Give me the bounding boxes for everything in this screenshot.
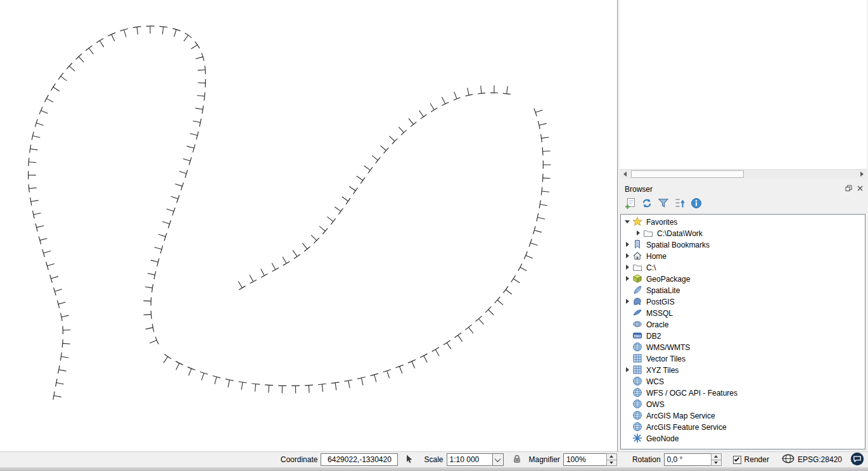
browser-item-mssql[interactable]: MSSQL <box>621 307 865 318</box>
refresh-icon <box>641 197 653 211</box>
browser-item-spatial-bookmarks[interactable]: Spatial Bookmarks <box>621 239 865 250</box>
browser-item-favorites[interactable]: Favorites <box>621 216 865 227</box>
folder-icon <box>632 262 643 272</box>
spatialite-icon <box>632 285 643 295</box>
globe-grid-icon <box>632 376 643 386</box>
browser-item-arcgis-feature-service[interactable]: ArcGIS Feature Service <box>621 421 865 432</box>
expand-arrow[interactable] <box>623 251 632 260</box>
browser-item-ows[interactable]: OWS <box>621 398 865 410</box>
browser-tree: FavoritesC:\Data\WorkSpatial BookmarksHo… <box>620 214 865 449</box>
browser-item-label: DB2 <box>646 331 661 341</box>
tiles-grid-icon <box>632 365 643 375</box>
magnifier-label: Magnifier <box>529 455 560 464</box>
expand-arrow[interactable] <box>623 274 632 283</box>
show-properties-button[interactable] <box>688 197 704 212</box>
scrollbar-track[interactable] <box>630 170 857 179</box>
refresh-button[interactable] <box>639 197 654 212</box>
browser-item-label: WCS <box>646 377 664 386</box>
browser-item-geopackage[interactable]: GeoPackage <box>621 273 865 284</box>
browser-item-label: Oracle <box>646 320 668 329</box>
scale-dropdown-button[interactable] <box>492 453 504 466</box>
horizontal-scrollbar[interactable] <box>620 169 867 179</box>
browser-item-postgis[interactable]: PostGIS <box>621 296 865 307</box>
browser-item-wms-wmts[interactable]: WMS/WMTS <box>621 341 865 353</box>
rotation-up-button[interactable] <box>711 453 722 460</box>
browser-item-arcgis-map-service[interactable]: ArcGIS Map Service <box>621 410 865 421</box>
expand-arrow <box>623 411 632 420</box>
expand-arrow <box>623 354 632 363</box>
checkmark-icon <box>734 456 739 461</box>
browser-item-label: C:\Data\Work <box>657 229 703 238</box>
render-checkbox[interactable] <box>733 456 741 464</box>
globe-grid-icon <box>632 342 643 352</box>
float-panel-icon <box>845 184 852 194</box>
browser-item-vector-tiles[interactable]: Vector Tiles <box>621 353 865 364</box>
spin-up-icon <box>714 455 718 458</box>
magnifier-input[interactable] <box>563 453 606 466</box>
mouse-position-button[interactable] <box>404 454 414 466</box>
browser-item-geonode[interactable]: GeoNode <box>621 432 865 444</box>
expand-arrow <box>623 399 632 408</box>
lock-scale-icon <box>512 454 522 466</box>
map-canvas[interactable] <box>0 0 618 451</box>
browser-item-label: ArcGIS Map Service <box>646 411 715 420</box>
bookmark-icon <box>632 239 643 249</box>
browser-item-c-data-work[interactable]: C:\Data\Work <box>621 227 865 239</box>
spin-down-icon <box>610 462 613 464</box>
cliff-hachure-line-middle <box>239 93 515 290</box>
browser-item-xyz-tiles[interactable]: XYZ Tiles <box>621 364 865 375</box>
globe-grid-icon <box>632 399 643 409</box>
scroll-right-icon <box>860 172 864 177</box>
mouse-position-icon <box>404 454 414 466</box>
scrollbar-thumb[interactable] <box>631 170 744 178</box>
float-panel-button[interactable] <box>844 184 853 194</box>
browser-item-home[interactable]: Home <box>621 250 865 261</box>
expand-arrow <box>623 342 632 351</box>
expand-arrow <box>623 422 632 431</box>
cliff-hachure-line-outer-ticks <box>163 110 551 394</box>
messages-button[interactable] <box>850 452 864 468</box>
expand-arrow[interactable] <box>623 263 632 272</box>
rotation-down-button[interactable] <box>711 460 722 467</box>
window-bottom-edge <box>0 467 868 471</box>
magnifier-down-button[interactable] <box>606 460 617 467</box>
svg-text:DB2: DB2 <box>634 334 641 338</box>
close-panel-button[interactable] <box>855 184 865 194</box>
browser-item-wcs[interactable]: WCS <box>621 375 865 387</box>
expand-arrow[interactable] <box>623 365 632 374</box>
coordinate-label: Coordinate <box>281 455 318 464</box>
scroll-right-button[interactable] <box>857 170 867 179</box>
browser-item-label: OWS <box>646 399 665 409</box>
coordinate-input[interactable] <box>321 453 398 466</box>
browser-item-c[interactable]: C:\ <box>621 261 865 273</box>
geopackage-icon <box>632 273 643 284</box>
crs-status-button[interactable] <box>782 454 795 465</box>
globe-grid-icon <box>632 387 643 398</box>
crs-value[interactable]: EPSG:28420 <box>798 455 842 464</box>
browser-item-label: GeoNode <box>646 434 679 443</box>
browser-item-wfs-ogc-api-features[interactable]: WFS / OGC API - Features <box>621 387 865 398</box>
expand-arrow[interactable] <box>623 297 632 306</box>
filter-browser-button[interactable] <box>655 197 671 212</box>
add-selected-layers-button[interactable] <box>622 197 638 212</box>
oracle-icon <box>632 319 643 329</box>
expand-arrow <box>623 377 632 386</box>
postgis-icon <box>632 296 643 306</box>
expand-arrow <box>623 286 632 294</box>
rotation-input[interactable] <box>664 453 711 466</box>
expand-arrow[interactable] <box>623 217 632 226</box>
collapse-all-button[interactable] <box>672 197 687 212</box>
browser-item-label: C:\ <box>646 263 656 272</box>
browser-item-spatialite[interactable]: SpatiaLite <box>621 284 865 296</box>
browser-item-db2[interactable]: DB2DB2 <box>621 330 865 341</box>
rotation-label: Rotation <box>632 455 661 464</box>
magnifier-up-button[interactable] <box>606 453 617 460</box>
scale-input[interactable] <box>447 453 492 466</box>
favorites-star-icon <box>632 217 643 227</box>
browser-item-oracle[interactable]: Oracle <box>621 318 865 330</box>
scroll-left-button[interactable] <box>620 170 630 179</box>
cliff-hachure-line-west <box>29 26 206 399</box>
lock-scale-button[interactable] <box>512 454 522 466</box>
expand-arrow[interactable] <box>623 240 632 249</box>
expand-arrow[interactable] <box>634 229 643 237</box>
